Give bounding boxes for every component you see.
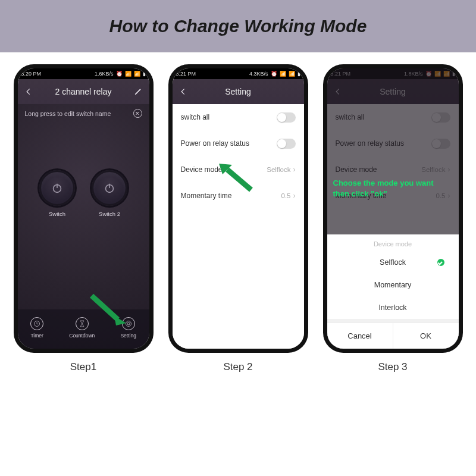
svg-line-8 xyxy=(92,296,118,320)
power-icon xyxy=(103,181,116,195)
back-button[interactable] xyxy=(178,87,188,96)
chevron-left-icon xyxy=(24,87,33,96)
option-momentary-label: Momentary xyxy=(374,281,412,289)
option-selflock[interactable]: Selflock xyxy=(327,251,459,274)
tip-text: Long press to edit switch name xyxy=(25,110,111,117)
phone-frame-step2: 5:21 PM 4.3KB/s ⏰ 📶 📶 ▮ Set xyxy=(168,64,308,353)
step-2-label: Step 2 xyxy=(223,361,252,373)
step-3-label: Step 3 xyxy=(378,361,407,373)
alarm-icon: ⏰ xyxy=(116,71,123,77)
chevron-right-icon: › xyxy=(293,192,296,200)
cancel-label: Cancel xyxy=(347,331,371,340)
battery-icon: ▮ xyxy=(298,71,300,77)
header-title: 2 channel relay xyxy=(55,87,112,96)
action-sheet: Device mode Selflock Momentary Interlock… xyxy=(327,234,459,349)
app-header: Setting xyxy=(173,79,304,104)
switch-1-label: Switch xyxy=(49,211,65,217)
status-time: 5:20 PM xyxy=(21,71,42,77)
alarm-icon: ⏰ xyxy=(271,71,277,77)
switch-1-button[interactable] xyxy=(39,170,75,206)
power-icon xyxy=(51,181,64,195)
tip-row: Long press to edit switch name ✕ xyxy=(18,104,149,123)
signal-icon: 📶 xyxy=(280,71,286,77)
option-momentary[interactable]: Momentary xyxy=(327,274,459,296)
row-momentary-value: 0.5 xyxy=(281,192,291,199)
switch-2-label: Switch 2 xyxy=(99,211,120,217)
row-power-on[interactable]: Power on relay status xyxy=(173,130,304,156)
wifi-icon: 📶 xyxy=(134,71,140,77)
wifi-icon: 📶 xyxy=(289,71,295,77)
tab-timer-label: Timer xyxy=(30,333,43,339)
tab-setting-label: Setting xyxy=(120,333,136,339)
status-bar: 5:21 PM 4.3KB/s ⏰ 📶 📶 ▮ xyxy=(173,68,304,79)
back-button[interactable] xyxy=(24,87,33,96)
hourglass-icon xyxy=(76,317,89,330)
title-band: How to Change Working Mode xyxy=(0,0,476,52)
chevron-left-icon xyxy=(179,87,187,96)
row-switch-all[interactable]: switch all xyxy=(173,104,304,130)
tab-countdown-label: Countdown xyxy=(69,333,95,339)
option-interlock[interactable]: Interlock xyxy=(327,296,459,319)
annotation-arrow xyxy=(217,161,258,197)
status-time: 5:21 PM xyxy=(176,71,196,77)
sheet-title: Device mode xyxy=(327,234,459,251)
header-title: Setting xyxy=(225,87,251,96)
ok-label: OK xyxy=(420,331,431,340)
phone-frame-step1: 5:20 PM 1.6KB/s ⏰ 📶 📶 ▮ 2 c xyxy=(14,64,154,353)
clock-icon xyxy=(30,317,43,330)
toggle-power-on[interactable] xyxy=(277,139,296,149)
toggle-switch-all[interactable] xyxy=(277,112,296,123)
row-device-mode-value: Selflock xyxy=(267,166,290,173)
chevron-right-icon: › xyxy=(293,165,296,174)
battery-icon: ▮ xyxy=(143,71,146,77)
status-data-rate: 4.3KB/s xyxy=(249,71,268,77)
ok-button[interactable]: OK xyxy=(393,323,459,349)
signal-icon: 📶 xyxy=(125,71,131,77)
status-data-rate: 1.6KB/s xyxy=(95,71,114,77)
cancel-button[interactable]: Cancel xyxy=(327,323,393,349)
row-power-on-label: Power on relay status xyxy=(181,139,249,148)
pencil-icon xyxy=(134,87,142,96)
switch-2-button[interactable] xyxy=(92,170,127,206)
phone-frame-step3: 5:21 PM 1.8KB/s ⏰ 📶 📶 ▮ Set xyxy=(323,64,463,353)
annotation-line2: then click "ok" xyxy=(333,189,434,199)
annotation-line1: Choose the mode you want xyxy=(333,178,434,189)
option-interlock-label: Interlock xyxy=(378,303,406,312)
row-switch-all-label: switch all xyxy=(181,113,210,121)
edit-button[interactable] xyxy=(133,87,143,96)
option-selflock-label: Selflock xyxy=(380,258,406,267)
app-header: 2 channel relay xyxy=(18,79,149,104)
status-bar: 5:20 PM 1.6KB/s ⏰ 📶 📶 ▮ xyxy=(18,68,149,79)
page-title: How to Change Working Mode xyxy=(109,16,367,36)
annotation-arrow xyxy=(88,291,130,327)
close-tip-button[interactable]: ✕ xyxy=(133,109,142,118)
step-1-label: Step1 xyxy=(70,361,96,373)
svg-line-10 xyxy=(227,170,251,190)
annotation-text: Choose the mode you want then click "ok" xyxy=(333,178,434,199)
tab-timer[interactable]: Timer xyxy=(30,317,43,339)
